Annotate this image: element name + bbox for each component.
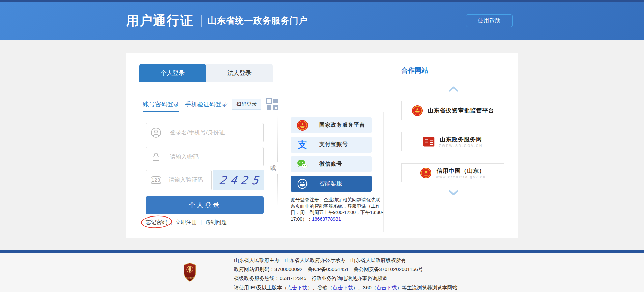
chevron-down-icon <box>448 190 459 195</box>
header: 用户通行证 山东省统一政务服务门户 使用帮助 <box>0 2 644 40</box>
download-link-ie[interactable]: 点击下载 <box>287 285 308 290</box>
partners-title: 合作网站 <box>401 66 428 75</box>
alt-login-smart-customer-service[interactable]: 智能客服 <box>291 176 372 192</box>
partner-card-investment-platform[interactable]: ★ 山东省投资审批监管平台 <box>401 101 504 120</box>
link-separator: | <box>200 220 202 226</box>
partner-card-gov-service-site[interactable]: 山东政务服务网 ZWFW.SD.GOV.CN <box>401 132 504 151</box>
field-divider <box>165 128 165 138</box>
login-method-row: 账号密码登录 手机验证码登录 扫码登录 <box>143 97 383 112</box>
username-field <box>146 123 264 142</box>
footer-line2: 政府网站识别码：3700000092 鲁ICP备05051451 鲁公网安备37… <box>234 265 458 274</box>
login-card: 个人登录 法人登录 账号密码登录 手机验证码登录 扫码登录 <box>126 53 518 238</box>
field-divider <box>165 175 165 185</box>
username-input[interactable] <box>170 129 263 136</box>
button-divider <box>314 140 314 149</box>
password-input[interactable] <box>170 154 263 160</box>
method-account-password[interactable]: 账号密码登录 <box>143 97 179 112</box>
carousel-up-button[interactable] <box>448 86 459 92</box>
national-emblem-icon: ★ <box>297 120 308 131</box>
red-seal-icon <box>423 136 435 148</box>
alt-login-alipay[interactable]: 支 支付宝账号 <box>291 137 372 153</box>
footer-line1: 山东省人民政府主办 山东省人民政府办公厅承办 山东省人民政府版权所有 <box>234 256 458 265</box>
carousel-down-button[interactable] <box>448 189 459 196</box>
footer-bottom-strip <box>0 292 644 300</box>
partner-card-credit-china[interactable]: ★ 信用中国（山东） www.creditsd.gov.cn <box>401 163 504 182</box>
captcha-field: 123 <box>146 170 212 190</box>
svg-text:★: ★ <box>424 169 428 173</box>
password-field <box>146 147 264 166</box>
partner-card-url: www.creditsd.gov.cn <box>436 175 486 179</box>
alt-login-wechat[interactable]: 微信账号 <box>291 156 372 172</box>
account-links-row: 忘记密码 | 立即注册 | 遇到问题 <box>146 219 227 226</box>
footer-accent-bar <box>0 250 644 253</box>
or-label: 或 <box>268 164 278 172</box>
svg-text:★: ★ <box>416 107 419 111</box>
alt-login-national-platform[interactable]: ★ 国家政务服务平台 <box>291 117 372 133</box>
method-scan-qr[interactable]: 扫码登录 <box>232 99 261 110</box>
gov-agency-badge-icon: 党政机关 <box>183 263 197 282</box>
partners-underline <box>401 80 505 80</box>
footer-text: 山东省人民政府主办 山东省人民政府办公厅承办 山东省人民政府版权所有 政府网站识… <box>234 256 458 292</box>
portal-subtitle: 山东省统一政务服务门户 <box>208 15 308 27</box>
national-emblem-icon: ★ <box>420 167 432 179</box>
help-button[interactable]: 使用帮助 <box>466 14 513 27</box>
button-divider <box>314 121 314 130</box>
footer: 党政机关 山东省人民政府主办 山东省人民政府办公厅承办 山东省人民政府版权所有 … <box>0 253 644 292</box>
user-icon <box>150 127 162 138</box>
brand: 用户通行证 山东省统一政务服务门户 <box>126 2 308 40</box>
page-title: 用户通行证 <box>126 12 194 29</box>
page: 用户通行证 山东省统一政务服务门户 使用帮助 个人登录 法人登录 账号密码登录 … <box>0 0 644 300</box>
national-emblem-icon: ★ <box>411 105 423 117</box>
or-divider-line <box>277 115 278 162</box>
qr-code-icon[interactable] <box>266 97 279 112</box>
trouble-link[interactable]: 遇到问题 <box>205 219 227 226</box>
service-phone-link[interactable]: 18663778981 <box>312 216 341 222</box>
tab-corporate-login[interactable]: 法人登录 <box>206 64 273 82</box>
captcha-value: 2425 <box>214 174 263 187</box>
alipay-icon: 支 <box>297 139 308 151</box>
customer-service-icon <box>297 178 308 190</box>
svg-text:党政机关: 党政机关 <box>185 277 195 279</box>
service-note: 账号登录注册、企业绑定相关问题请优先联系页面中的智能客服系统，客服电话（工作日：… <box>291 197 384 222</box>
tab-personal-login[interactable]: 个人登录 <box>139 64 206 82</box>
personal-login-button[interactable]: 个人登录 <box>146 196 264 214</box>
chevron-up-icon <box>448 86 459 92</box>
forgot-password-link[interactable]: 忘记密码 <box>146 219 167 225</box>
svg-text:★: ★ <box>301 122 304 126</box>
footer-line4: 请使用IE9及以上版本（点击下载）、谷歌（点击下载）、360（点击下载）等主流浏… <box>234 283 458 292</box>
wechat-icon <box>297 159 308 170</box>
download-link-360[interactable]: 点击下载 <box>377 285 397 290</box>
login-type-tabs: 个人登录 法人登录 <box>139 64 273 82</box>
footer-line3: 省级政务服务热线：0531-12345 行政业务咨询电话见办事咨询频道 <box>234 274 458 283</box>
captcha-input[interactable] <box>169 177 211 184</box>
numbers-123-icon: 123 <box>150 176 162 184</box>
lock-icon <box>150 152 162 162</box>
method-sms-code[interactable]: 手机验证码登录 <box>185 97 228 112</box>
forgot-password-wrap: 忘记密码 <box>146 219 167 226</box>
brand-divider <box>201 15 202 27</box>
captcha-image[interactable]: 2425 <box>213 170 264 190</box>
partner-card-url: ZWFW.SD.GOV.CN <box>439 144 483 148</box>
link-separator: | <box>171 220 172 226</box>
button-divider <box>314 160 314 169</box>
or-divider-line <box>277 174 278 206</box>
field-divider <box>165 152 165 162</box>
register-link[interactable]: 立即注册 <box>175 219 197 226</box>
download-link-chrome[interactable]: 点击下载 <box>333 285 353 290</box>
button-divider <box>314 179 314 188</box>
